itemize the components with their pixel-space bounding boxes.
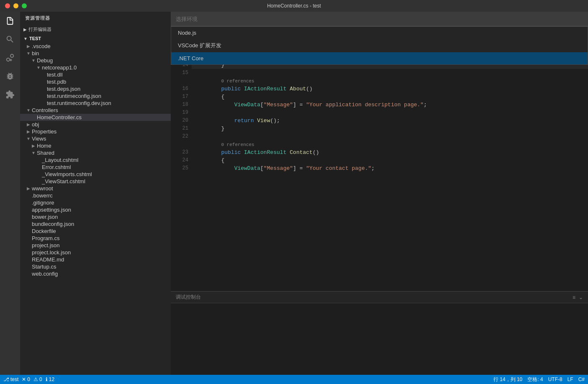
tree-item-bundleconfig[interactable]: bundleconfig.json <box>20 220 171 228</box>
terminal-label: 调试控制台 <box>176 294 201 301</box>
tree-label: test.runtimeconfig.json <box>47 93 101 99</box>
tree-item-wwwroot[interactable]: ▶ wwwroot <box>20 185 171 192</box>
tree-label: README.md <box>32 256 64 263</box>
tree-item-testruntimeconfig[interactable]: test.runtimeconfig.json <box>20 92 171 100</box>
window-controls <box>5 3 27 8</box>
tree-item-viewstart[interactable]: _ViewStart.cshtml <box>20 178 171 185</box>
code-line: public IActionResult Contact() <box>192 148 588 156</box>
status-bar: ⎇ test ✕ 0 ⚠ 0 ℹ 12 行 14，列 10 空格: 4 UTF-… <box>0 375 588 384</box>
tree-label: project.json <box>32 242 59 248</box>
tree-item-properties[interactable]: ▶ Properties <box>20 128 171 135</box>
dropdown-item-node.js[interactable]: Node.js <box>171 27 588 39</box>
tree-item-testdll[interactable]: test.dll <box>20 71 171 78</box>
tree-arrow: ▼ <box>25 51 32 56</box>
tree-item-webconfig[interactable]: web.config <box>20 270 171 277</box>
tree-item-views[interactable]: ▼ Views <box>20 135 171 142</box>
code-line: return View(); <box>192 117 588 125</box>
tree-item-obj[interactable]: ▶ obj <box>20 121 171 128</box>
tree-arrow: ▶ <box>25 129 32 134</box>
tree-arrow: ▶ <box>25 44 32 49</box>
status-line-ending[interactable]: LF <box>567 376 573 382</box>
tree-item-bower[interactable]: bower.json <box>20 213 171 220</box>
tree-item-program[interactable]: Program.cs <box>20 235 171 242</box>
tree-item-projectlockjson[interactable]: project.lock.json <box>20 249 171 256</box>
debug-activity-icon[interactable] <box>4 70 16 82</box>
tree-label: Debug <box>37 57 53 64</box>
code-line: } <box>192 125 588 133</box>
status-branch[interactable]: ⎇ test <box>3 376 18 382</box>
code-line: { <box>192 156 588 164</box>
dropdown-item-vscode-扩展开发[interactable]: VSCode 扩展开发 <box>171 39 588 52</box>
close-button[interactable] <box>5 3 10 8</box>
minimize-button[interactable] <box>13 3 18 8</box>
tree-item-netcoreapp10[interactable]: ▼ netcoreapp1.0 <box>20 64 171 71</box>
status-spaces[interactable]: 空格: 4 <box>527 376 543 383</box>
line-number <box>174 141 188 148</box>
status-left: ⎇ test ✕ 0 ⚠ 0 ℹ 12 <box>3 376 54 382</box>
info-count: 12 <box>49 376 54 382</box>
dropdown-item-.net-core[interactable]: .NET Core <box>171 52 588 64</box>
tree-arrow: ▼ <box>35 65 42 70</box>
titlebar: HomeController.cs - test <box>0 0 588 12</box>
tree-item-bowerrc[interactable]: .bowerrc <box>20 192 171 199</box>
status-line-col[interactable]: 行 14，列 10 <box>493 376 522 383</box>
status-errors[interactable]: ✕ 0 <box>22 376 30 382</box>
files-activity-icon[interactable] <box>4 15 16 27</box>
tree-label: Controllers <box>32 107 58 113</box>
tree-item-home[interactable]: ▶ Home <box>20 142 171 149</box>
file-tree: ▶ .vscode ▼ bin ▼ Debug ▼ netcoreapp1.0 … <box>20 43 171 375</box>
code-line: ViewData["Message"] = "Your application … <box>192 101 588 109</box>
tree-arrow: ▼ <box>25 136 32 141</box>
line-number: 17 <box>174 93 188 101</box>
main-layout: 资源管理器 ▶ 打开编辑器 ▼ TEST ▶ .vscode ▼ bin ▼ D… <box>0 12 588 375</box>
tree-item-startup[interactable]: Startup.cs <box>20 263 171 270</box>
tree-label: Home <box>37 143 51 149</box>
tree-label: Properties <box>32 128 56 135</box>
source-control-activity-icon[interactable] <box>4 52 16 64</box>
status-encoding[interactable]: UTF-8 <box>548 376 562 382</box>
environment-search-input[interactable] <box>176 16 583 22</box>
tree-item-layout[interactable]: _Layout.cshtml <box>20 156 171 164</box>
search-activity-icon[interactable] <box>4 33 16 45</box>
tree-item-dockerfile[interactable]: Dockerfile <box>20 228 171 235</box>
tree-item-controllers[interactable]: ▼ Controllers <box>20 107 171 114</box>
tree-item-appsettings[interactable]: appsettings.json <box>20 206 171 213</box>
tree-item-error[interactable]: Error.cshtml <box>20 164 171 171</box>
tree-label: bundleconfig.json <box>32 221 74 227</box>
maximize-button[interactable] <box>22 3 27 8</box>
tree-item-shared[interactable]: ▼ Shared <box>20 149 171 156</box>
tree-item-viewimports[interactable]: _ViewImports.cshtml <box>20 171 171 178</box>
tree-item-gitignore[interactable]: .gitignore <box>20 199 171 206</box>
line-number <box>174 77 188 85</box>
tree-item-homecontroller[interactable]: HomeController.cs <box>20 114 171 121</box>
tree-item-projectjson[interactable]: project.json <box>20 242 171 249</box>
tree-item-bin[interactable]: ▼ bin <box>20 50 171 57</box>
tree-arrow: ▼ <box>30 58 37 63</box>
tree-item-testdepsjson[interactable]: test.deps.json <box>20 85 171 92</box>
line-number: 19 <box>174 109 188 117</box>
line-number: 24 <box>174 156 188 164</box>
terminal-body[interactable] <box>171 303 588 375</box>
error-icon: ✕ <box>22 376 26 382</box>
status-infos[interactable]: ℹ 12 <box>46 376 54 382</box>
tree-item-debug[interactable]: ▼ Debug <box>20 57 171 64</box>
tree-item-testpdb[interactable]: test.pdb <box>20 78 171 85</box>
line-number: 15 <box>174 69 188 77</box>
terminal-actions: ≡ ⌄ <box>573 294 583 300</box>
terminal-header: 调试控制台 ≡ ⌄ <box>171 292 588 303</box>
terminal-chevron-icon[interactable]: ⌄ <box>579 294 583 300</box>
tree-item-vscode[interactable]: ▶ .vscode <box>20 43 171 50</box>
project-section[interactable]: ▼ TEST <box>20 34 171 43</box>
project-name: TEST <box>29 36 41 41</box>
tree-item-readme[interactable]: README.md <box>20 256 171 263</box>
warning-count: 0 <box>39 376 42 382</box>
tree-label: bin <box>32 50 39 56</box>
extensions-activity-icon[interactable] <box>4 89 16 100</box>
tree-label: _Layout.cshtml <box>42 157 78 163</box>
open-editors-section[interactable]: ▶ 打开编辑器 <box>20 25 171 34</box>
status-warnings[interactable]: ⚠ 0 <box>33 376 42 382</box>
tree-arrow: ▶ <box>25 186 32 191</box>
status-language[interactable]: C# <box>578 376 585 382</box>
tree-item-testruntimeconfigdev[interactable]: test.runtimeconfig.dev.json <box>20 100 171 107</box>
terminal-filter-icon[interactable]: ≡ <box>573 294 575 300</box>
